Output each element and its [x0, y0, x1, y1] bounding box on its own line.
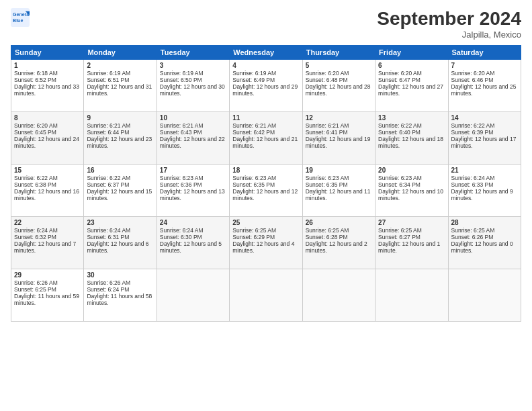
col-saturday: Saturday — [448, 46, 521, 60]
day-number: 6 — [378, 62, 445, 69]
sunset-text: Sunset: 6:24 PM — [87, 286, 129, 293]
daylight-text: Daylight: 12 hours and 13 minutes. — [160, 188, 225, 201]
sunrise-text: Sunrise: 6:24 AM — [160, 227, 204, 234]
calendar-cell: 24Sunrise: 6:24 AMSunset: 6:30 PMDayligh… — [157, 217, 229, 269]
calendar-cell: 20Sunrise: 6:23 AMSunset: 6:34 PMDayligh… — [375, 165, 448, 217]
day-number: 5 — [306, 62, 372, 69]
sunrise-text: Sunrise: 6:24 AM — [451, 175, 495, 181]
daylight-text: Daylight: 12 hours and 17 minutes. — [451, 136, 517, 149]
day-number: 16 — [87, 167, 153, 174]
col-wednesday: Wednesday — [230, 46, 302, 60]
sunrise-text: Sunrise: 6:21 AM — [87, 122, 130, 129]
calendar-cell: 21Sunrise: 6:24 AMSunset: 6:33 PMDayligh… — [448, 165, 521, 217]
day-number: 9 — [87, 114, 153, 122]
sunset-text: Sunset: 6:31 PM — [87, 234, 129, 240]
col-friday: Friday — [375, 46, 448, 60]
sunset-text: Sunset: 6:40 PM — [378, 129, 420, 136]
day-number: 30 — [87, 271, 153, 279]
sunset-text: Sunset: 6:48 PM — [306, 77, 348, 83]
sunset-text: Sunset: 6:43 PM — [160, 129, 202, 136]
week-row-4: 22Sunrise: 6:24 AMSunset: 6:32 PMDayligh… — [11, 217, 521, 269]
calendar-cell: 25Sunrise: 6:25 AMSunset: 6:29 PMDayligh… — [230, 217, 302, 269]
sunset-text: Sunset: 6:27 PM — [378, 234, 420, 240]
sunrise-text: Sunrise: 6:23 AM — [306, 175, 349, 181]
day-number: 28 — [451, 219, 518, 226]
calendar-cell: 5Sunrise: 6:20 AMSunset: 6:48 PMDaylight… — [302, 60, 375, 112]
sunrise-text: Sunrise: 6:23 AM — [232, 175, 276, 181]
sunset-text: Sunset: 6:30 PM — [160, 234, 202, 240]
sunrise-text: Sunrise: 6:22 AM — [451, 122, 495, 129]
daylight-text: Daylight: 12 hours and 19 minutes. — [306, 136, 371, 149]
daylight-text: Daylight: 12 hours and 12 minutes. — [232, 188, 298, 201]
calendar-cell: 18Sunrise: 6:23 AMSunset: 6:35 PMDayligh… — [230, 165, 302, 217]
sunrise-text: Sunrise: 6:21 AM — [160, 122, 204, 129]
daylight-text: Daylight: 12 hours and 30 minutes. — [160, 83, 225, 97]
calendar-cell: 2Sunrise: 6:19 AMSunset: 6:51 PMDaylight… — [84, 60, 157, 112]
sunset-text: Sunset: 6:46 PM — [451, 77, 494, 83]
daylight-text: Daylight: 12 hours and 28 minutes. — [306, 83, 371, 97]
sunrise-text: Sunrise: 6:26 AM — [87, 279, 130, 286]
sunrise-text: Sunrise: 6:23 AM — [378, 175, 422, 181]
day-number: 14 — [451, 114, 518, 122]
logo: General Blue — [11, 8, 30, 27]
col-tuesday: Tuesday — [157, 46, 229, 60]
sunset-text: Sunset: 6:41 PM — [306, 129, 348, 136]
svg-text:Blue: Blue — [13, 18, 23, 23]
sunset-text: Sunset: 6:34 PM — [378, 181, 420, 188]
sunset-text: Sunset: 6:39 PM — [451, 129, 494, 136]
calendar-cell: 14Sunrise: 6:22 AMSunset: 6:39 PMDayligh… — [448, 112, 521, 165]
daylight-text: Daylight: 12 hours and 22 minutes. — [160, 136, 225, 149]
daylight-text: Daylight: 12 hours and 6 minutes. — [87, 240, 148, 254]
title-block: September 2024 Jalpilla, Mexico — [377, 8, 521, 40]
daylight-text: Daylight: 12 hours and 10 minutes. — [378, 188, 443, 201]
sunset-text: Sunset: 6:36 PM — [160, 181, 202, 188]
daylight-text: Daylight: 11 hours and 58 minutes. — [87, 293, 152, 306]
day-number: 12 — [306, 114, 372, 122]
sunset-text: Sunset: 6:45 PM — [14, 129, 56, 136]
calendar-cell — [375, 269, 448, 322]
week-row-2: 8Sunrise: 6:20 AMSunset: 6:45 PMDaylight… — [11, 112, 521, 165]
sunrise-text: Sunrise: 6:20 AM — [451, 70, 495, 77]
day-number: 22 — [14, 219, 81, 226]
sunrise-text: Sunrise: 6:25 AM — [378, 227, 422, 234]
calendar-cell: 9Sunrise: 6:21 AMSunset: 6:44 PMDaylight… — [84, 112, 157, 165]
col-sunday: Sunday — [11, 46, 84, 60]
sunset-text: Sunset: 6:35 PM — [232, 181, 275, 188]
sunrise-text: Sunrise: 6:21 AM — [232, 122, 276, 129]
location-subtitle: Jalpilla, Mexico — [377, 30, 521, 40]
calendar-cell: 8Sunrise: 6:20 AMSunset: 6:45 PMDaylight… — [11, 112, 84, 165]
daylight-text: Daylight: 12 hours and 33 minutes. — [14, 83, 79, 97]
sunrise-text: Sunrise: 6:25 AM — [451, 227, 495, 234]
daylight-text: Daylight: 12 hours and 24 minutes. — [14, 136, 79, 149]
week-row-1: 1Sunrise: 6:18 AMSunset: 6:52 PMDaylight… — [11, 60, 521, 112]
sunrise-text: Sunrise: 6:20 AM — [378, 70, 422, 77]
svg-rect-0 — [11, 8, 30, 27]
sunrise-text: Sunrise: 6:22 AM — [378, 122, 422, 129]
daylight-text: Daylight: 12 hours and 2 minutes. — [306, 240, 367, 254]
daylight-text: Daylight: 12 hours and 21 minutes. — [232, 136, 298, 149]
sunset-text: Sunset: 6:25 PM — [14, 286, 56, 293]
sunrise-text: Sunrise: 6:26 AM — [14, 279, 58, 286]
day-number: 10 — [160, 114, 226, 122]
day-number: 25 — [232, 219, 299, 226]
daylight-text: Daylight: 12 hours and 1 minute. — [378, 240, 440, 254]
sunset-text: Sunset: 6:42 PM — [232, 129, 275, 136]
sunset-text: Sunset: 6:26 PM — [451, 234, 494, 240]
sunrise-text: Sunrise: 6:21 AM — [306, 122, 349, 129]
sunrise-text: Sunrise: 6:22 AM — [14, 175, 58, 181]
sunset-text: Sunset: 6:35 PM — [306, 181, 348, 188]
day-number: 29 — [14, 271, 81, 279]
col-monday: Monday — [84, 46, 157, 60]
sunrise-text: Sunrise: 6:19 AM — [232, 70, 276, 77]
daylight-text: Daylight: 12 hours and 11 minutes. — [306, 188, 371, 201]
day-number: 18 — [232, 167, 299, 174]
daylight-text: Daylight: 12 hours and 31 minutes. — [87, 83, 152, 97]
sunrise-text: Sunrise: 6:24 AM — [14, 227, 58, 234]
sunset-text: Sunset: 6:32 PM — [14, 234, 56, 240]
sunset-text: Sunset: 6:47 PM — [378, 77, 420, 83]
sunset-text: Sunset: 6:33 PM — [451, 181, 494, 188]
sunrise-text: Sunrise: 6:23 AM — [160, 175, 204, 181]
day-number: 13 — [378, 114, 445, 122]
logo-icon: General Blue — [11, 8, 30, 27]
calendar-cell — [302, 269, 375, 322]
